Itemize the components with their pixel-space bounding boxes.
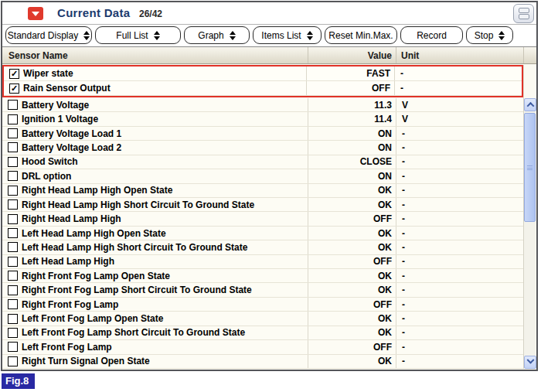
- item-counter: 26/42: [139, 9, 162, 19]
- sensor-unit: -: [396, 240, 523, 254]
- table-row[interactable]: Right Front Fog LampOFF-: [2, 298, 523, 312]
- scroll-up-button[interactable]: [524, 98, 536, 111]
- table-row[interactable]: Ignition 1 Voltage11.4V: [2, 112, 523, 126]
- row-checkbox[interactable]: [8, 142, 18, 152]
- highlighted-rows-box: ✓Wiper stateFAST-✓Rain Sensor OutputOFF-: [2, 65, 523, 97]
- row-checkbox[interactable]: [8, 214, 18, 224]
- row-checkbox[interactable]: [8, 114, 18, 124]
- table-row[interactable]: Left Head Lamp High Short Circuit To Gro…: [2, 240, 523, 254]
- sensor-name-cell: Left Front Fog Lamp Short Circuit To Gro…: [2, 327, 308, 338]
- table-row[interactable]: Right Head Lamp High Open StateOK-: [2, 184, 523, 198]
- sensor-name-cell: DRL option: [2, 171, 308, 182]
- row-checkbox[interactable]: [8, 228, 18, 238]
- toolbar-button-reset-min-max[interactable]: Reset Min.Max.: [325, 26, 397, 44]
- toolbar-button-label: Items List: [261, 30, 301, 41]
- table-row[interactable]: Right Turn Signal Open StateOK-: [2, 355, 523, 369]
- page-title: Current Data: [57, 6, 130, 19]
- sensor-name: Rain Sensor Output: [23, 83, 111, 94]
- table-row[interactable]: Right Head Lamp High Short Circuit To Gr…: [2, 198, 523, 212]
- table-row[interactable]: Battery Voltage11.3V: [2, 98, 523, 112]
- sensor-name-cell: Right Head Lamp High Open State: [2, 185, 308, 196]
- row-checkbox[interactable]: [8, 342, 18, 352]
- row-checkbox[interactable]: [8, 257, 18, 267]
- sensor-value: OK: [308, 355, 396, 368]
- table-row[interactable]: ✓Rain Sensor OutputOFF-: [4, 81, 522, 96]
- sensor-name-cell: Right Head Lamp High: [2, 213, 308, 224]
- table-row[interactable]: Left Front Fog LampOFF-: [2, 340, 523, 354]
- sensor-unit: V: [396, 98, 523, 111]
- sensor-value: OK: [308, 184, 396, 197]
- row-checkbox[interactable]: [8, 171, 18, 181]
- sensor-unit: -: [396, 169, 523, 182]
- row-checkbox[interactable]: [8, 157, 18, 167]
- table-row[interactable]: Battery Voltage Load 1ON-: [2, 127, 523, 141]
- row-checkbox[interactable]: [8, 314, 18, 324]
- row-checkbox[interactable]: [8, 356, 18, 366]
- toolbar-button-graph[interactable]: Graph: [184, 26, 250, 44]
- row-checkbox[interactable]: [8, 186, 18, 196]
- table-row[interactable]: Right Front Fog Lamp Open StateOK-: [2, 269, 523, 283]
- sensor-value: ON: [308, 169, 396, 182]
- row-checkbox[interactable]: [8, 100, 18, 110]
- toolbar-button-label: Standard Display: [8, 30, 78, 41]
- list-view-icon[interactable]: [513, 4, 534, 23]
- sensor-name: Right Turn Signal Open State: [22, 356, 150, 366]
- row-checkbox-checked[interactable]: ✓: [9, 69, 19, 79]
- table-row[interactable]: Hood SwitchCLOSE-: [2, 155, 523, 169]
- row-checkbox[interactable]: [8, 242, 18, 252]
- current-data-panel: Current Data 26/42 Standard DisplayFull …: [1, 1, 538, 371]
- sensor-unit: -: [394, 81, 522, 95]
- sensor-name-cell: Left Head Lamp High Open State: [2, 228, 308, 239]
- table-row[interactable]: Battery Voltage Load 2ON-: [2, 141, 523, 155]
- row-checkbox[interactable]: [8, 285, 18, 295]
- table-row[interactable]: Left Head Lamp HighOFF-: [2, 255, 523, 269]
- sensor-unit: -: [396, 255, 523, 268]
- sensor-unit: -: [396, 212, 523, 225]
- toolbar-button-record[interactable]: Record: [400, 26, 463, 44]
- toolbar-button-label: Reset Min.Max.: [328, 30, 393, 41]
- toolbar-button-full-list[interactable]: Full List: [95, 26, 181, 44]
- sensor-name-cell: Hood Switch: [2, 156, 308, 167]
- sensor-value: OFF: [308, 212, 396, 225]
- toolbar-button-stop[interactable]: Stop: [466, 26, 513, 44]
- sensor-name-cell: Left Head Lamp High Short Circuit To Gro…: [2, 242, 308, 253]
- row-checkbox[interactable]: [8, 271, 18, 281]
- sensor-name-cell: Right Head Lamp High Short Circuit To Gr…: [2, 199, 308, 210]
- sensor-value: CLOSE: [308, 155, 396, 169]
- table-header-row: Sensor Name Value Unit: [2, 47, 536, 64]
- sensor-name: Ignition 1 Voltage: [22, 114, 98, 124]
- table-body: Battery Voltage11.3VIgnition 1 Voltage11…: [2, 98, 523, 369]
- sensor-unit: -: [396, 312, 523, 325]
- updown-arrow-icon: [498, 31, 505, 40]
- row-checkbox[interactable]: [8, 199, 18, 210]
- table-row[interactable]: Right Front Fog Lamp Short Circuit To Gr…: [2, 283, 523, 297]
- header-scrollbar-corner: [523, 47, 536, 63]
- table-row[interactable]: Left Front Fog Lamp Open StateOK-: [2, 312, 523, 326]
- sensor-unit: -: [396, 340, 523, 353]
- table-row[interactable]: Left Head Lamp High Open StateOK-: [2, 227, 523, 240]
- table-row[interactable]: ✓Wiper stateFAST-: [4, 66, 522, 81]
- sensor-name: Hood Switch: [22, 156, 78, 167]
- row-checkbox-checked[interactable]: ✓: [9, 84, 19, 94]
- sensor-name-cell: Battery Voltage: [2, 100, 308, 111]
- table-row[interactable]: Left Front Fog Lamp Short Circuit To Gro…: [2, 326, 523, 340]
- sensor-unit: -: [396, 198, 523, 211]
- red-dropdown-icon[interactable]: [28, 7, 43, 20]
- row-checkbox[interactable]: [8, 128, 18, 138]
- row-checkbox[interactable]: [8, 299, 18, 309]
- sensor-value: FAST: [306, 66, 394, 80]
- scroll-down-button[interactable]: [524, 356, 536, 369]
- scrollbar-thumb[interactable]: [524, 113, 536, 222]
- toolbar-button-items-list[interactable]: Items List: [253, 26, 322, 44]
- vertical-scrollbar[interactable]: [523, 98, 536, 369]
- toolbar-button-label: Full List: [116, 30, 148, 41]
- toolbar-button-standard-display[interactable]: Standard Display: [5, 26, 92, 44]
- table-row[interactable]: DRL optionON-: [2, 169, 523, 183]
- sensor-name-cell: Left Front Fog Lamp: [2, 342, 308, 353]
- sensor-name-cell: ✓Wiper state: [4, 68, 306, 79]
- table-row[interactable]: Right Head Lamp HighOFF-: [2, 212, 523, 226]
- column-header-sensor-name: Sensor Name: [2, 47, 308, 63]
- updown-arrow-icon: [154, 31, 160, 40]
- sensor-name: Right Front Fog Lamp: [22, 299, 118, 310]
- row-checkbox[interactable]: [8, 328, 18, 338]
